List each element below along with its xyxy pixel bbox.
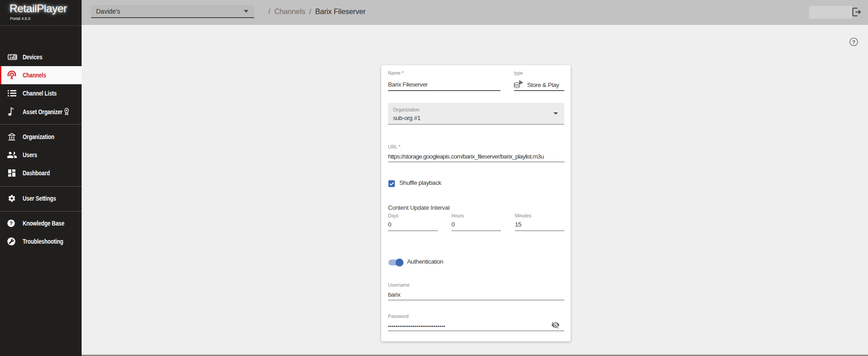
svg-text:?: ?: [10, 221, 13, 226]
svg-text:?: ?: [852, 39, 855, 45]
